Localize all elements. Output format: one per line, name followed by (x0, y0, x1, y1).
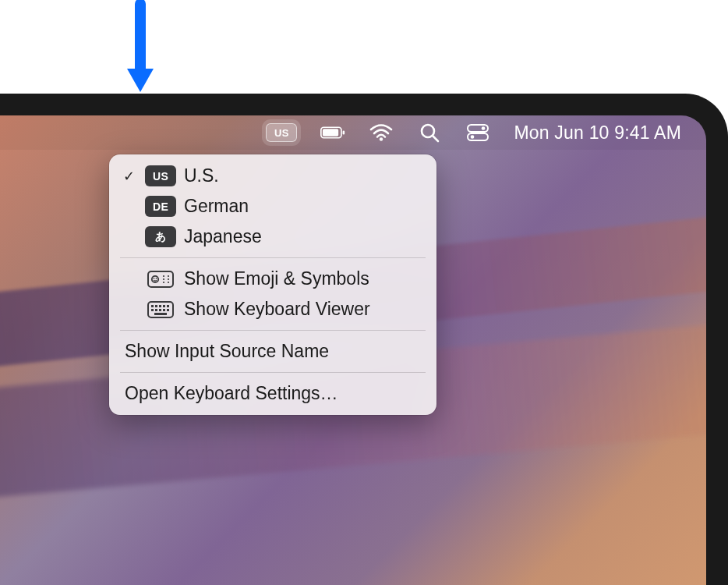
svg-rect-25 (159, 305, 161, 307)
menu-item-show-input-source-name[interactable]: Show Input Source Name (109, 336, 436, 367)
input-source-item-german[interactable]: DE German (109, 191, 436, 222)
input-source-menu: ✓ US U.S. DE German あ Japanese (109, 154, 436, 415)
svg-rect-4 (343, 130, 345, 134)
svg-rect-27 (167, 305, 169, 307)
menu-bar-clock[interactable]: Mon Jun 10 9:41 AM (514, 122, 681, 144)
svg-point-14 (154, 277, 155, 278)
svg-rect-29 (155, 309, 157, 311)
menu-item-show-keyboard-viewer[interactable]: Show Keyboard Viewer (109, 294, 436, 324)
svg-rect-31 (163, 309, 165, 311)
pointer-arrow-icon (125, 0, 156, 94)
svg-point-9 (482, 126, 486, 130)
menu-separator (120, 372, 426, 373)
svg-point-16 (163, 275, 164, 276)
emoji-symbols-icon (145, 268, 176, 289)
svg-rect-26 (163, 305, 165, 307)
menu-item-show-emoji[interactable]: Show Emoji & Symbols (109, 264, 436, 294)
svg-point-5 (380, 137, 383, 140)
menu-separator (120, 330, 426, 331)
svg-rect-33 (154, 313, 167, 315)
svg-rect-28 (151, 309, 154, 311)
language-badge: US (145, 165, 176, 186)
svg-rect-32 (167, 309, 169, 311)
input-source-item-us[interactable]: ✓ US U.S. (109, 161, 436, 191)
spotlight-search-icon[interactable] (417, 122, 442, 144)
menu-item-label: Show Emoji & Symbols (184, 268, 424, 289)
menu-separator (120, 257, 426, 258)
wifi-icon[interactable] (369, 122, 394, 144)
input-source-menu-button[interactable]: US (266, 123, 297, 142)
menu-item-label: Open Keyboard Settings… (125, 383, 424, 404)
menu-item-label: Show Input Source Name (125, 341, 424, 362)
menu-item-label: Japanese (184, 226, 424, 247)
svg-rect-3 (323, 129, 338, 136)
svg-point-17 (168, 275, 169, 276)
input-source-item-japanese[interactable]: あ Japanese (109, 222, 436, 252)
screen: US (0, 115, 706, 585)
menu-item-label: German (184, 196, 424, 217)
svg-rect-23 (151, 305, 154, 307)
svg-point-18 (163, 278, 164, 279)
svg-rect-30 (159, 309, 161, 311)
device-frame: US (0, 94, 728, 585)
language-badge: あ (145, 226, 176, 247)
svg-point-13 (152, 275, 158, 282)
keyboard-viewer-icon (145, 299, 176, 320)
battery-icon[interactable] (320, 122, 345, 144)
checkmark-icon: ✓ (120, 168, 137, 185)
svg-point-20 (163, 281, 164, 282)
language-badge: DE (145, 196, 176, 217)
svg-point-15 (156, 277, 157, 278)
menu-item-open-keyboard-settings[interactable]: Open Keyboard Settings… (109, 378, 436, 409)
svg-line-7 (433, 136, 439, 142)
control-center-icon[interactable] (465, 122, 490, 144)
svg-point-19 (168, 278, 169, 279)
menu-bar: US (0, 115, 706, 150)
svg-point-11 (471, 135, 475, 139)
svg-point-21 (168, 281, 169, 282)
svg-rect-24 (155, 305, 157, 307)
svg-marker-1 (127, 69, 154, 92)
menu-item-label: Show Keyboard Viewer (184, 299, 424, 320)
menu-item-label: U.S. (184, 165, 424, 186)
